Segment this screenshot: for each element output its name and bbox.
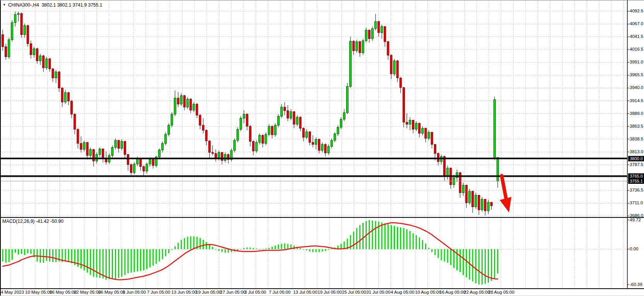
candle-bull [268,126,270,134]
time-label: 22 Aug 05:00 [464,290,490,294]
candle-bear [472,191,474,207]
candle-bear [262,135,264,144]
candle-bear [196,104,198,115]
candle-bull [497,157,499,181]
candle-bear [396,61,398,78]
candle-bear [199,115,201,125]
price-tick-label: 3736.5 [630,188,643,192]
down-arrow-annotation[interactable] [502,176,506,200]
candle-bull [162,144,164,150]
candle-bear [378,22,380,33]
candle-bull [259,135,261,142]
candle-bull [137,159,138,164]
time-label: 19 Jun 05:00 [196,290,222,294]
candle-bear [74,114,76,129]
candle-bear [353,41,355,51]
candle-bear [183,96,185,107]
candle-bear [271,126,273,135]
candle-bear [400,78,401,87]
candle-bull [328,146,330,153]
candle-bear [190,99,192,110]
candle-bear [249,126,251,141]
price-tick-label: 4067.0 [630,21,643,26]
price-tick-label: 3711.0 [630,200,643,205]
candle-bull [315,139,317,144]
symbol-dropdown-icon[interactable]: ▼ [3,3,6,7]
candle-bull [65,92,67,102]
candle-bear [43,56,44,68]
candle-bull [487,202,489,211]
price-tick-label: 3991.0 [630,60,643,64]
candle-bull [11,22,13,39]
price-tick-label: 3787.5 [630,162,643,167]
candle-bear [484,199,486,211]
candle-bull [350,41,352,86]
price-tick-label: 3940.0 [630,85,643,90]
candle-bear [140,159,142,167]
time-label: 3 Jul 05:00 [244,290,266,294]
candle-bear [309,132,311,142]
macd-tick-label: 49.72 [630,217,641,222]
candle-bull [218,152,220,159]
candle-bull [265,134,267,143]
candle-bear [478,195,480,210]
chart-canvas[interactable] [0,0,644,296]
price-tick-label: 3838.5 [630,137,643,141]
candle-bull [39,56,41,61]
candle-bull [447,168,449,176]
time-label: 10 May 05:00 [25,290,52,294]
candle-bear [293,112,295,125]
candle-bull [381,27,383,33]
macd-tick-label: 0.00 [630,246,638,251]
candle-bear [431,132,433,144]
ohlc-quote-label: 3802.1 3802.1 3741.9 3755.1 [42,2,102,8]
candle-bull [356,42,358,51]
macd-signal-line [3,223,498,280]
candle-bear [205,130,207,141]
candle-bull [409,120,411,124]
time-label: 10 Aug 05:00 [415,290,441,294]
candle-bull [55,72,57,78]
price-tick-label: 4016.5 [630,47,643,51]
candle-bear [284,107,286,111]
candle-bear [412,120,414,129]
candle-bear [419,123,420,133]
time-label: 13 Jun 05:00 [171,290,197,294]
candle-bear [325,144,326,153]
candle-bull [340,119,342,127]
candle-bear [49,59,51,69]
time-label: 7 Jul 05:00 [269,290,290,294]
candle-bull [171,114,173,125]
candle-bull [415,123,417,130]
candle-bear [403,87,405,122]
candle-bull [468,191,470,203]
macd-signal-value: -50.90 [50,219,63,224]
candle-bear [92,149,94,161]
candle-bull [8,40,10,57]
price-tick-label: 4092.5 [630,9,643,13]
time-label: 16 Aug 05:00 [439,290,466,294]
candle-bear [202,125,204,130]
price-level-badge: 3800.0 [628,156,644,161]
time-label: 16 May 05:00 [50,290,77,294]
candle-bull [374,22,376,29]
candle-bear [152,159,154,166]
candle-bear [124,141,126,154]
candle-bull [121,141,123,148]
time-label: 19 Jul 05:00 [318,290,342,294]
candle-bull [296,117,298,124]
candle-bull [46,59,48,68]
candle-bull [234,140,236,151]
candle-bull [237,129,239,140]
candle-bear [246,114,248,126]
time-label: 22 May 05:00 [74,290,101,294]
candle-bear [302,128,304,137]
price-tick-label: 4041.5 [630,34,643,39]
candle-bull [17,14,19,15]
candle-bull [334,134,336,140]
candle-bear [312,142,314,144]
candle-bull [422,128,424,133]
candle-bear [406,122,408,124]
down-arrow-head[interactable] [500,197,511,212]
candle-bear [221,152,223,161]
